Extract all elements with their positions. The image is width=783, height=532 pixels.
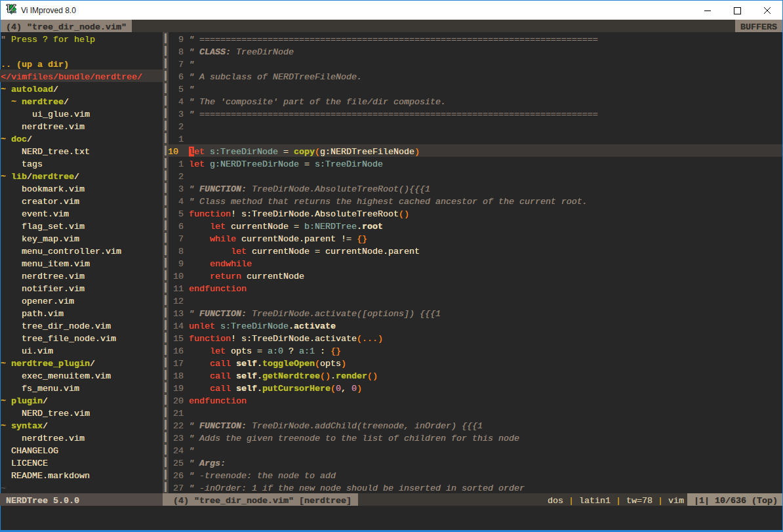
svg-text:im: im (11, 9, 16, 14)
